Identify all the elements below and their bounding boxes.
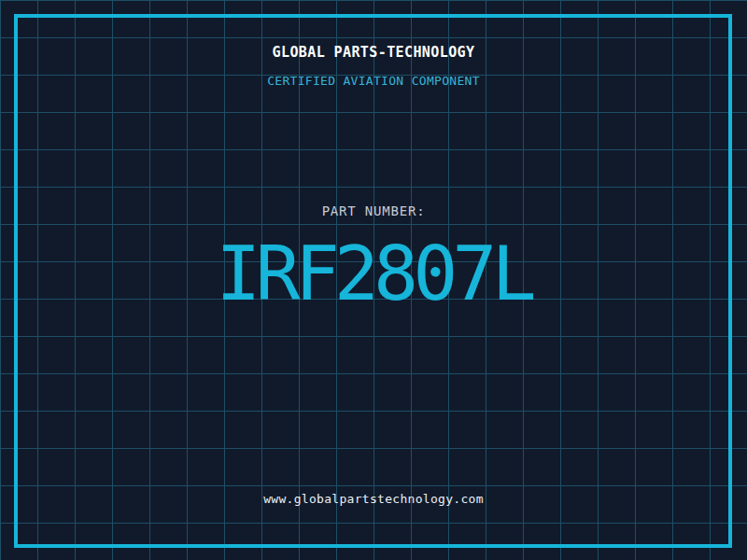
- blueprint-grid-background: GLOBAL PARTS-TECHNOLOGY CERTIFIED AVIATI…: [0, 0, 747, 560]
- part-number-value: IRF2807L: [0, 237, 747, 312]
- certification-subtitle: CERTIFIED AVIATION COMPONENT: [0, 75, 747, 87]
- company-title: GLOBAL PARTS-TECHNOLOGY: [0, 46, 747, 60]
- part-number-label: PART NUMBER:: [0, 204, 747, 217]
- website-url: www.globalpartstechnology.com: [0, 493, 747, 505]
